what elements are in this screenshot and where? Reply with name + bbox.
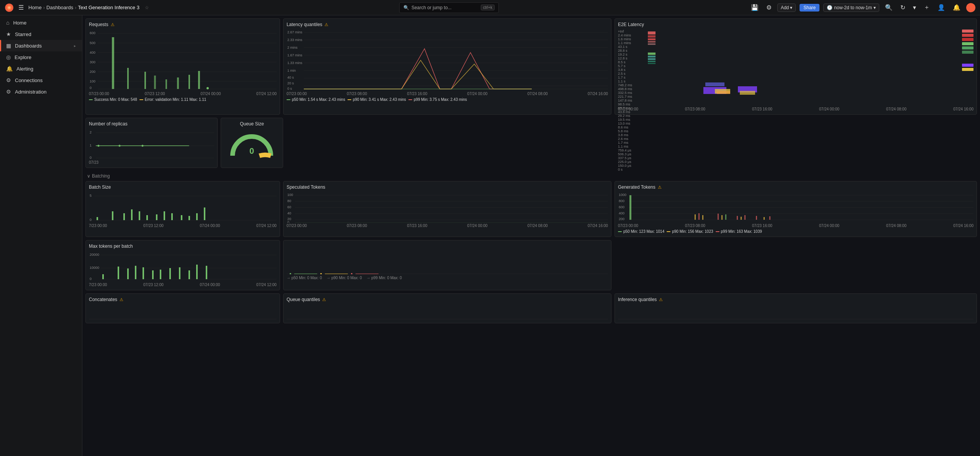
svg-rect-59 — [740, 91, 755, 95]
breadcrumb-sep1: › — [43, 5, 45, 10]
svg-rect-48 — [648, 43, 656, 45]
favorite-icon[interactable]: ☆ — [145, 5, 149, 10]
svg-rect-78 — [131, 209, 133, 220]
svg-rect-119 — [744, 215, 746, 220]
generated-chart: 1000 800 600 400 200 — [618, 192, 973, 223]
e2e-legend-item-6 — [962, 51, 973, 54]
svg-rect-20 — [154, 76, 156, 89]
plus-button[interactable]: ＋ — [922, 3, 932, 12]
svg-rect-121 — [764, 217, 765, 220]
breadcrumb-home[interactable]: Home — [28, 5, 42, 10]
requests-panel: Requests ⚠ 600 500 400 300 200 100 0 — [85, 18, 280, 115]
svg-rect-140 — [206, 266, 207, 279]
svg-point-69 — [142, 145, 144, 147]
sidebar-item-starred[interactable]: ★ Starred — [0, 28, 82, 40]
dashboard-settings-button[interactable]: ⚙ — [764, 3, 774, 12]
share-button[interactable]: Share — [800, 4, 819, 12]
nav-left: ☰ Home › Dashboards › Text Generation In… — [5, 3, 149, 12]
breadcrumb-current: Text Generation Inference 3 — [78, 5, 139, 10]
svg-point-146 — [351, 273, 352, 274]
search-bar[interactable]: 🔍 Search or jump to... ctrl+k — [399, 2, 499, 13]
batching-section-header[interactable]: ∨ Batching — [85, 171, 977, 181]
e2e-color-5 — [962, 46, 973, 49]
svg-rect-110 — [629, 195, 631, 220]
legend-item-error: Error: validation Min: 1.11 Max: 1.11 — [139, 97, 206, 102]
svg-text:0: 0 — [90, 218, 92, 222]
svg-rect-87 — [204, 207, 205, 220]
row-1: Requests ⚠ 600 500 400 300 200 100 0 — [85, 18, 977, 115]
queue-quantiles-chart — [287, 305, 608, 320]
hamburger-icon[interactable]: ☰ — [18, 4, 24, 11]
sidebar-item-administration[interactable]: ⚙ Administration — [0, 86, 82, 97]
requests-title: Requests ⚠ — [89, 22, 277, 27]
svg-rect-76 — [112, 211, 113, 220]
svg-rect-118 — [741, 217, 742, 220]
svg-rect-75 — [97, 217, 98, 220]
replicas-chart: 2 1 0 — [89, 129, 214, 160]
svg-point-144 — [320, 273, 322, 274]
breadcrumb: Home › Dashboards › Text Generation Infe… — [28, 5, 139, 10]
svg-text:300: 300 — [90, 60, 95, 64]
save-dashboard-button[interactable]: 💾 — [749, 3, 760, 12]
inference-quantiles-title: Inference quantiles ⚠ — [618, 297, 973, 302]
svg-rect-113 — [702, 215, 703, 220]
svg-rect-111 — [695, 214, 696, 220]
row-2: Number of replicas 2 1 0 07/23 — [85, 118, 977, 168]
concatenates-chart — [89, 305, 277, 320]
gen-legend-p90: p90 Min: 156 Max: 1023 — [667, 229, 713, 234]
svg-rect-134 — [152, 270, 154, 279]
legend-p90: p90 Min: 3.41 s Max: 2.43 mins — [347, 97, 406, 102]
row4-spacer — [615, 240, 977, 290]
svg-rect-139 — [196, 265, 198, 279]
search-shortcut: ctrl+k — [481, 5, 495, 10]
e2e-color-4 — [962, 42, 973, 45]
max-tokens-panel: Max tokens per batch 20000 10000 0 — [85, 240, 280, 290]
concatenates-title: Concatenates ⚠ — [89, 297, 277, 302]
dashboards-expand-icon: ▸ — [74, 44, 76, 48]
p90-color — [347, 99, 351, 100]
svg-text:20 s: 20 s — [287, 81, 294, 85]
refresh-interval-button[interactable]: ▾ — [911, 3, 918, 12]
time-range-button[interactable]: 🕐 now-2d to now-1m ▾ — [823, 3, 879, 12]
refresh-button[interactable]: ↻ — [898, 3, 907, 12]
add-panel-button[interactable]: Add ▾ — [777, 3, 796, 12]
sidebar-item-explore[interactable]: ◎ Explore — [0, 51, 82, 63]
legend-item-success: Success Min: 0 Max: 548 — [89, 97, 137, 102]
svg-rect-19 — [144, 72, 146, 89]
batching-collapse-icon: ∨ — [87, 173, 90, 179]
svg-text:400: 400 — [619, 211, 624, 215]
alerting-icon: 🔔 — [6, 66, 13, 72]
notifications-icon[interactable]: 🔔 — [951, 3, 962, 12]
sidebar-item-home[interactable]: ⌂ Home — [0, 17, 82, 28]
e2e-legend-item-1 — [962, 30, 973, 33]
sidebar-item-dashboards[interactable]: ▦ Dashboards ▸ — [0, 40, 82, 51]
svg-rect-49 — [648, 53, 656, 55]
row-3: Batch Size 5 0 — [85, 181, 977, 237]
breadcrumb-dashboards[interactable]: Dashboards — [46, 5, 73, 10]
svg-text:60: 60 — [287, 205, 291, 209]
svg-rect-112 — [698, 213, 700, 220]
svg-text:0: 0 — [249, 146, 254, 156]
svg-rect-55 — [705, 82, 724, 86]
zoom-out-button[interactable]: 🔍 — [883, 3, 895, 12]
svg-rect-130 — [118, 267, 119, 279]
generated-title: Generated Tokens ⚠ — [618, 184, 973, 190]
svg-rect-131 — [127, 268, 129, 279]
sidebar-item-connections[interactable]: ⚙ Connections — [0, 74, 82, 86]
sidebar-item-alerting[interactable]: 🔔 Alerting — [0, 63, 82, 74]
queue-quantiles-panel: Queue quantiles ⚠ — [283, 293, 611, 323]
dashboard-content: Requests ⚠ 600 500 400 300 200 100 0 — [82, 15, 980, 456]
account-icon[interactable]: 👤 — [936, 3, 947, 12]
user-avatar[interactable] — [966, 3, 975, 12]
svg-rect-85 — [188, 216, 190, 220]
svg-text:1: 1 — [90, 143, 92, 147]
add-chevron-icon: ▾ — [790, 5, 792, 10]
speculated-legend: → p50 Min: 0 Max: 0 → p90 Min: 0 Max: 0 … — [287, 276, 608, 280]
svg-rect-53 — [648, 63, 656, 64]
svg-rect-83 — [171, 213, 173, 220]
e2e-legend-item-7 — [962, 64, 973, 67]
queue-size-title: Queue Size — [240, 121, 264, 127]
svg-text:800: 800 — [619, 199, 624, 203]
svg-text:1 min: 1 min — [287, 69, 296, 72]
e2e-legend — [962, 30, 973, 106]
